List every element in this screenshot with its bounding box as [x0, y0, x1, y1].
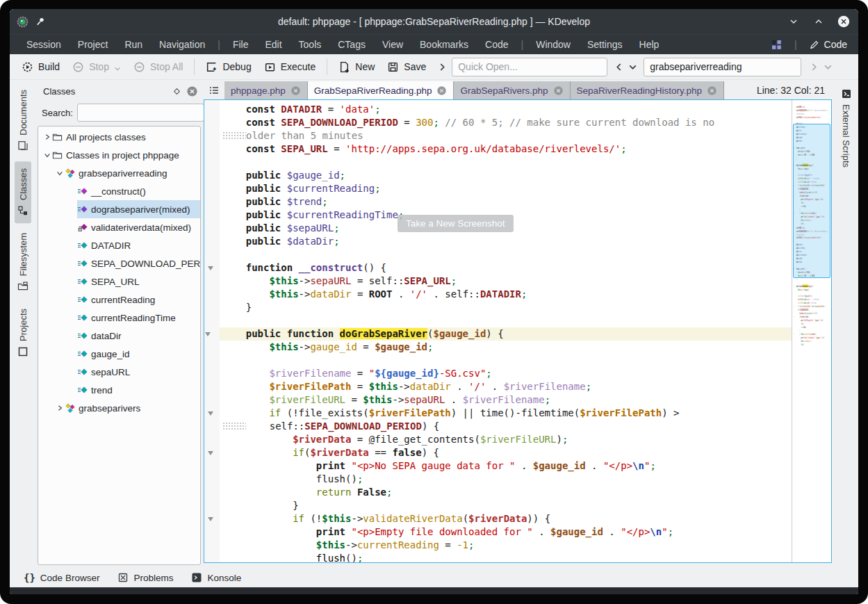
classes-search-input[interactable] [77, 104, 204, 122]
code-line: $this->currentReading = -1; [795, 339, 831, 343]
pin-icon[interactable] [35, 17, 45, 26]
tree-item-datadir[interactable]: DATADIR [38, 236, 200, 254]
menu-edit[interactable]: Edit [256, 37, 290, 52]
search-dropdown-chevron-icon[interactable] [625, 58, 639, 75]
menu-file[interactable]: File [224, 37, 257, 52]
save-icon [387, 61, 399, 73]
problems-button[interactable]: Problems [110, 570, 180, 585]
code-line: $riverData = @file_get_contents($riverFi… [222, 433, 792, 446]
dock-tab-filesystem[interactable]: Filesystem [15, 226, 31, 299]
tree-item-gauge-id[interactable]: gauge_id [38, 345, 200, 363]
dock-tab-classes[interactable]: Classes [15, 161, 31, 223]
menu-run[interactable]: Run [116, 37, 151, 52]
chevron-down-icon[interactable] [42, 152, 52, 158]
tree-item-sepa-url[interactable]: SEPA_URL [38, 272, 200, 291]
code-line: flush(); [222, 473, 792, 486]
minimize-button[interactable] [786, 14, 801, 29]
menu-session[interactable]: Session [18, 37, 69, 52]
tree-item-currentreadingtime[interactable]: currentReadingTime [38, 309, 200, 327]
area-switcher-icon[interactable] [771, 40, 782, 50]
konsole-button[interactable]: Konsole [184, 570, 248, 585]
minimap-scrollbar[interactable]: const DATADIR = 'data'; const SEPA_DOWNL… [792, 100, 831, 562]
member-teal-icon [77, 348, 90, 359]
tree-item-all-projects-classes[interactable]: All projects classes [38, 128, 200, 146]
member-teal-icon [77, 384, 90, 395]
build-button[interactable]: Build [15, 58, 66, 76]
detach-diamond-icon[interactable] [173, 88, 181, 95]
titlebar[interactable]: default: phppage - [ phppage:GrabSepaRiv… [10, 9, 858, 34]
menu-navigation[interactable]: Navigation [151, 37, 213, 52]
tab-separiverreadinghistory-php[interactable]: SepaRiverReadingHistory.php [571, 81, 725, 99]
menu-project[interactable]: Project [69, 37, 117, 52]
tree-item-grabseparivers[interactable]: grabseparivers [38, 399, 200, 417]
stop-all-button[interactable]: Stop All [127, 58, 189, 76]
dock-tab-documents[interactable]: Documents [15, 83, 31, 158]
editor-tabbar: phppage.phpGrabSepaRiverReading.phpGrabS… [204, 80, 832, 99]
menu-bookmarks[interactable]: Bookmarks [411, 37, 477, 52]
editor[interactable]: const DATADIR = 'data'; const SEPA_DOWNL… [204, 99, 832, 563]
tree-item-dograbsepariver-mixed-[interactable]: dograbsepariver(mixed) [38, 200, 200, 218]
tree-item-datadir[interactable]: dataDir [38, 327, 200, 345]
stop-button[interactable]: Stop [66, 58, 127, 76]
save-button[interactable]: Save [381, 58, 432, 76]
filesystem-icon [17, 281, 28, 292]
tree-item-trend[interactable]: trend [38, 381, 200, 399]
tree-item-sepaurl[interactable]: sepaURL [38, 363, 200, 381]
code-line: print "<p>No SEPA gauge data for " . $ga… [795, 318, 831, 322]
close-button[interactable] [836, 14, 851, 29]
document-list-icon[interactable] [204, 81, 224, 99]
quick-open-input[interactable] [452, 58, 607, 76]
menu-ctags[interactable]: CTags [329, 37, 374, 52]
chevron-right-icon[interactable] [42, 133, 52, 140]
tree-item-sepa-download-period[interactable]: SEPA_DOWNLOAD_PERIOD [38, 254, 200, 272]
menu-window[interactable]: Window [527, 37, 579, 52]
tab-close-icon[interactable] [553, 85, 564, 96]
workingset-code-button[interactable]: Code [810, 39, 850, 50]
code-line: function __construct() { [222, 261, 792, 275]
chevron-down-icon[interactable] [55, 170, 65, 177]
chevron-right-icon[interactable] [55, 405, 65, 411]
tree-item-validateriverdata-mixed-[interactable]: validateriverdata(mixed) [38, 218, 200, 236]
tree-item-grabsepariverreading[interactable]: grabsepariverreading [38, 164, 200, 182]
code-browser-button[interactable]: {}Code Browser [17, 570, 106, 585]
tree-item--construct-[interactable]: __construct() [38, 182, 200, 200]
execute-button[interactable]: Execute [258, 58, 322, 76]
code-line [222, 156, 792, 169]
editor-column: phppage.phpGrabSepaRiverReading.phpGrabS… [204, 80, 834, 568]
dock-tab-projects[interactable]: Projects [15, 302, 31, 364]
search-options-chevron-icon[interactable] [821, 58, 835, 75]
menu-settings[interactable]: Settings [579, 37, 631, 52]
code-area[interactable]: const DATADIR = 'data'; const SEPA_DOWNL… [204, 100, 792, 562]
kdevelop-window: default: phppage - [ phppage:GrabSepaRiv… [10, 9, 858, 594]
menu-tools[interactable]: Tools [290, 37, 330, 52]
search-prev-chevron-icon[interactable] [612, 58, 625, 75]
tab-close-icon[interactable] [436, 85, 447, 96]
class-icon [65, 402, 77, 414]
menu-view[interactable]: View [374, 37, 411, 52]
debug-button[interactable]: Debug [199, 58, 257, 76]
code-line: self::SEPA_DOWNLOAD_PERIOD) { [222, 420, 792, 433]
code-line: const DATADIR = 'data'; [795, 105, 831, 108]
menu-code[interactable]: Code [477, 37, 516, 52]
dock-tab-external-scripts[interactable]: External Scripts [838, 83, 855, 173]
minimap-viewport[interactable] [793, 124, 830, 278]
code-line: if (!file_exists($riverFilePath) || time… [795, 305, 831, 309]
tab-close-icon[interactable] [290, 85, 301, 96]
code-line: const SEPA_URL = 'http://apps.sepa.org.u… [795, 115, 831, 119]
search-next-chevron-icon[interactable] [807, 58, 821, 75]
toolbar-search-input[interactable] [644, 58, 801, 76]
maximize-button[interactable] [811, 14, 826, 29]
code-line: public $dataDir; [222, 235, 792, 248]
tab-close-icon[interactable] [707, 85, 717, 96]
menubar-items: SessionProjectRunNavigation|FileEditTool… [18, 37, 667, 52]
new-button[interactable]: New [332, 58, 381, 76]
panel-close-icon[interactable] [186, 85, 198, 97]
menu-help[interactable]: Help [631, 37, 668, 52]
tab-grabseparivers-php[interactable]: GrabSepaRivers.php [454, 81, 570, 99]
tab-grabsepariverreading-php[interactable]: GrabSepaRiverReading.php [308, 81, 455, 99]
tab-phppage-php[interactable]: phppage.php [224, 81, 308, 99]
tree-item-currentreading[interactable]: currentReading [38, 291, 200, 309]
tree-item-classes-in-project-phppage[interactable]: Classes in project phppage [38, 146, 200, 164]
code-line: $riverFilePath = $this->dataDir . '/' . … [795, 298, 831, 302]
toolbar-overflow-chevron-icon[interactable] [435, 58, 449, 75]
